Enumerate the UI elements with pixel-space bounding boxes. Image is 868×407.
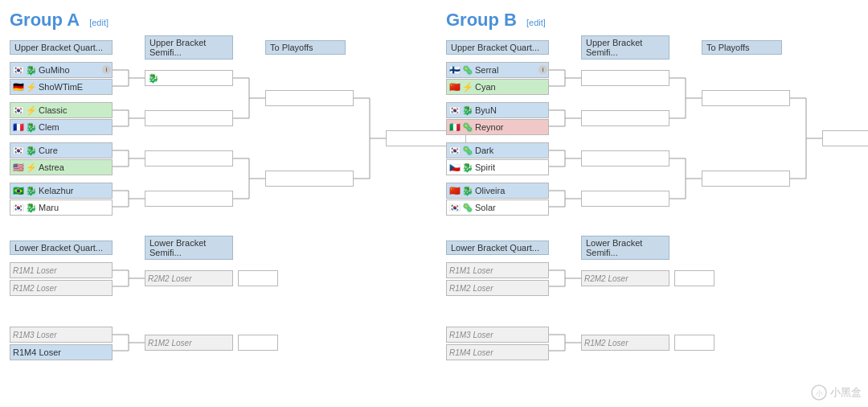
group-b-header: Group B [edit] xyxy=(446,10,858,31)
player-dark: Dark xyxy=(475,146,493,155)
flag-serral: 🇫🇮 xyxy=(449,65,461,76)
group-a-qf3: 🇰🇷🐉Cure 🇺🇸⚡Astrea xyxy=(10,142,113,175)
group-a-qf1-p1: 🇰🇷🐉GuMihoi 🇩🇪⚡ShoWTimE xyxy=(10,62,113,95)
group-a-lsf2: R1M2 Loser xyxy=(145,335,233,351)
player-cyan: Cyan xyxy=(475,82,496,92)
group-b: Group B [edit] Upper Bracket Quart... Up… xyxy=(446,10,858,367)
flag-reynor: 🇮🇹 xyxy=(449,122,461,133)
group-b-col2-label: Upper Bracket Semifi... xyxy=(581,35,669,60)
group-a-lqf2-p2: R1M4 Loser xyxy=(10,344,113,360)
player-solar: Solar xyxy=(475,203,496,212)
group-a-lower-bracket: R1M1 Loser R1M2 Loser R1M3 Loser R1M4 Lo… xyxy=(10,262,275,367)
group-a-lqf2-p1: R1M3 Loser xyxy=(10,327,113,343)
group-b-sf1-r2 xyxy=(581,110,669,126)
group-a-lower: Lower Bracket Quart... Lower Bracket Sem… xyxy=(10,236,422,367)
group-a-col3-label: To Playoffs xyxy=(265,40,346,55)
group-a-col2-label: Upper Bracket Semifi... xyxy=(145,35,233,60)
info-serral[interactable]: i xyxy=(538,65,547,74)
group-a-edit[interactable]: [edit] xyxy=(89,18,108,27)
player-classic: Classic xyxy=(39,105,67,115)
group-b-lower-col2-label: Lower Bracket Semifi... xyxy=(581,236,669,260)
group-b-sf2-r2 xyxy=(581,191,669,207)
group-b-final-r1 xyxy=(702,90,790,106)
flag-kelazhur: 🇧🇷 xyxy=(13,186,24,196)
group-b-upper-bracket: 🇫🇮🦠Serrali 🇨🇳⚡Cyan 🇰🇷🐉ByuN 🇮🇹🦠Reynor 🇰🇷🦠… xyxy=(446,62,792,223)
player-serral: Serral xyxy=(475,65,498,75)
group-b-sf2-r1 xyxy=(581,150,669,166)
group-b-playoff xyxy=(822,130,868,146)
flag-classic: 🇰🇷 xyxy=(13,105,24,116)
group-b-qf1: 🇫🇮🦠Serrali 🇨🇳⚡Cyan xyxy=(446,62,549,95)
group-a-lqf1-p1: R1M1 Loser xyxy=(10,262,113,278)
group-a-upper-headers: Upper Bracket Quart... Upper Bracket Sem… xyxy=(10,35,422,60)
group-b-qf2: 🇰🇷🐉ByuN 🇮🇹🦠Reynor xyxy=(446,102,549,135)
group-b-final-r2 xyxy=(702,171,790,187)
player-maru: Maru xyxy=(39,203,59,212)
flag-showtime: 🇩🇪 xyxy=(13,82,24,92)
player-oliveira: Oliveira xyxy=(475,186,505,195)
group-a-final-r1 xyxy=(265,90,354,106)
group-b-lower-bracket: R1M1 Loser R1M2 Loser R1M3 Loser R1M4 Lo… xyxy=(446,262,711,367)
group-b-lsf2-result xyxy=(674,335,714,351)
flag-dark: 🇰🇷 xyxy=(449,146,461,156)
flag-byun: 🇰🇷 xyxy=(449,105,461,116)
group-b-lqf2-p1: R1M3 Loser xyxy=(446,327,549,343)
group-a-lsf2-result xyxy=(238,335,278,351)
flag-spirit: 🇨🇿 xyxy=(449,162,461,173)
group-a-lower-col1-label: Lower Bracket Quart... xyxy=(10,240,113,255)
icon-a-sf1-race: 🐉 xyxy=(148,73,159,84)
group-a-col1-label: Upper Bracket Quart... xyxy=(10,40,113,55)
group-a-lsf1: R2M2 Loser xyxy=(145,270,233,286)
flag-cure: 🇰🇷 xyxy=(13,146,24,156)
group-b-lsf1-result xyxy=(674,270,714,286)
group-b-qf3: 🇰🇷🦠Dark 🇨🇿🐉Spirit xyxy=(446,142,549,175)
player-astrea: Astrea xyxy=(39,162,64,172)
group-b-lqf1-p2: R1M2 Loser xyxy=(446,280,549,296)
group-a-sf2-box xyxy=(145,191,233,207)
group-b-col1-label: Upper Bracket Quart... xyxy=(446,40,549,55)
flag-astrea: 🇺🇸 xyxy=(13,162,24,173)
player-cure: Cure xyxy=(39,146,58,155)
group-b-lsf2: R1M2 Loser xyxy=(581,335,669,351)
group-b-title: Group B xyxy=(446,10,517,31)
group-b-sf1-r1 xyxy=(581,70,669,86)
player-reynor: Reynor xyxy=(475,122,503,132)
player-clem: Clem xyxy=(39,122,59,132)
group-a-sf2-r1 xyxy=(145,150,233,166)
player-kelazhur: Kelazhur xyxy=(39,186,73,195)
group-a-lower-col2-label: Lower Bracket Semifi... xyxy=(145,236,233,260)
group-b-edit[interactable]: [edit] xyxy=(526,18,546,27)
flag-solar: 🇰🇷 xyxy=(449,203,461,213)
group-b-lsf1: R2M2 Loser xyxy=(581,270,669,286)
player-showtime: ShoWTimE xyxy=(39,82,83,92)
flag-oliveira: 🇨🇳 xyxy=(449,186,461,196)
group-a-qf2: 🇰🇷⚡Classic 🇫🇷🐉Clem xyxy=(10,102,113,135)
group-b-lower: Lower Bracket Quart... Lower Bracket Sem… xyxy=(446,236,858,367)
player-byun: ByuN xyxy=(475,105,497,115)
group-a-lqf1-p2: R1M2 Loser xyxy=(10,280,113,296)
group-a-sf1-box xyxy=(145,110,233,126)
info-gumiho[interactable]: i xyxy=(102,65,111,74)
group-a-sf1-r1: 🐉 xyxy=(145,70,233,86)
group-a-final-r2 xyxy=(265,171,354,187)
player-gumiho: GuMiho xyxy=(39,65,70,75)
group-a: Group A [edit] Upper Bracket Quart... Up… xyxy=(10,10,422,367)
group-b-lqf2-p2: R1M4 Loser xyxy=(446,344,549,360)
group-b-qf4: 🇨🇳🐉Oliveira 🇰🇷🦠Solar xyxy=(446,183,549,216)
group-a-upper: Upper Bracket Quart... Upper Bracket Sem… xyxy=(10,35,422,223)
group-a-title: Group A xyxy=(10,10,80,31)
group-b-lqf1-p1: R1M1 Loser xyxy=(446,262,549,278)
group-a-qf4: 🇧🇷🐉Kelazhur 🇰🇷🐉Maru xyxy=(10,183,113,216)
flag-gumiho: 🇰🇷 xyxy=(13,65,24,76)
flag-cyan: 🇨🇳 xyxy=(449,82,461,92)
flag-clem: 🇫🇷 xyxy=(13,122,24,133)
player-spirit: Spirit xyxy=(475,162,495,172)
group-b-upper: Upper Bracket Quart... Upper Bracket Sem… xyxy=(446,35,858,223)
flag-maru: 🇰🇷 xyxy=(13,203,24,213)
group-a-header: Group A [edit] xyxy=(10,10,422,31)
group-a-lsf1-result xyxy=(238,270,278,286)
group-a-lower-headers: Lower Bracket Quart... Lower Bracket Sem… xyxy=(10,236,422,260)
group-b-lower-col1-label: Lower Bracket Quart... xyxy=(446,240,549,255)
group-a-upper-bracket: 🇰🇷🐉GuMihoi 🇩🇪⚡ShoWTimE 🇰🇷⚡Classic 🇫🇷🐉Cle… xyxy=(10,62,355,223)
group-b-col3-label: To Playoffs xyxy=(702,40,782,55)
